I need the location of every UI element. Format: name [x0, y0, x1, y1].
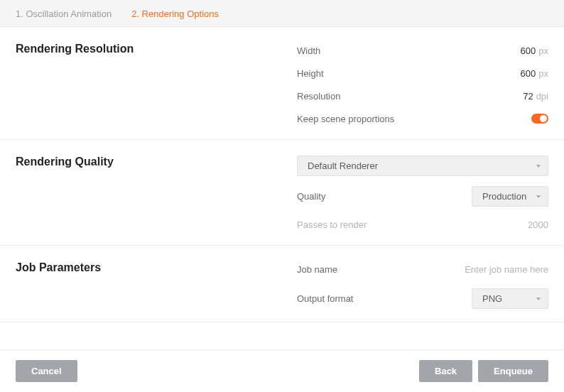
- tab-rendering-options[interactable]: 2. Rendering Options: [131, 9, 219, 19]
- section-title-quality: Rendering Quality: [16, 156, 297, 232]
- unit-resolution: dpi: [536, 91, 548, 102]
- tab-oscillation-animation[interactable]: 1. Oscillation Animation: [16, 9, 112, 19]
- section-title-job: Job Parameters: [16, 261, 297, 309]
- unit-width: px: [538, 45, 548, 56]
- cancel-button[interactable]: Cancel: [16, 360, 77, 382]
- label-quality: Quality: [297, 191, 325, 202]
- input-job-name[interactable]: [406, 264, 548, 275]
- select-output-format[interactable]: PNG: [472, 288, 548, 309]
- unit-height: px: [538, 68, 548, 79]
- chevron-down-icon: [536, 195, 541, 198]
- label-width: Width: [297, 45, 320, 56]
- section-quality: Rendering Quality Default Renderer Quali…: [0, 140, 564, 246]
- section-resolution: Rendering Resolution Width 600 px Height…: [0, 27, 564, 140]
- label-job-name: Job name: [297, 264, 337, 275]
- enqueue-button[interactable]: Enqueue: [478, 360, 548, 382]
- label-output-format: Output format: [297, 293, 353, 304]
- step-tabs: 1. Oscillation Animation 2. Rendering Op…: [0, 0, 564, 27]
- select-renderer[interactable]: Default Renderer: [297, 156, 548, 176]
- value-height[interactable]: 600: [521, 68, 536, 79]
- chevron-down-icon: [536, 165, 541, 168]
- toggle-keep-proportions[interactable]: [531, 114, 548, 124]
- footer: Cancel Back Enqueue: [0, 349, 564, 392]
- select-quality-value: Production: [482, 191, 526, 202]
- value-resolution[interactable]: 72: [523, 91, 533, 102]
- back-button[interactable]: Back: [419, 360, 472, 382]
- chevron-down-icon: [536, 298, 541, 300]
- select-quality[interactable]: Production: [472, 186, 548, 207]
- value-width[interactable]: 600: [521, 45, 536, 56]
- value-passes: 2000: [528, 219, 548, 230]
- label-height: Height: [297, 68, 324, 79]
- label-resolution: Resolution: [297, 91, 340, 102]
- section-title-resolution: Rendering Resolution: [16, 43, 297, 126]
- label-keep-proportions: Keep scene proportions: [297, 114, 394, 124]
- select-renderer-value: Default Renderer: [308, 160, 378, 171]
- section-job: Job Parameters Job name Output format PN…: [0, 246, 564, 322]
- select-output-format-value: PNG: [482, 293, 502, 304]
- label-passes: Passes to render: [297, 219, 367, 230]
